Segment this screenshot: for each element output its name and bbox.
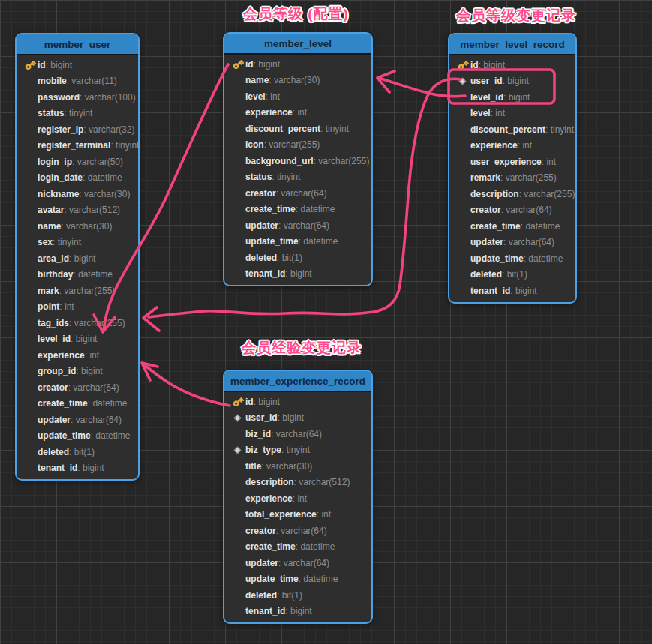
table-member_level_record[interactable]: member_level_recordid: bigintuser_id: bi… (448, 33, 577, 304)
primary-key-icon (230, 58, 245, 70)
field-row-tenant_id[interactable]: tenant_id: bigint (224, 266, 371, 283)
field-name: user_id (245, 413, 278, 422)
field-row-icon[interactable]: icon: varchar(255) (224, 137, 371, 154)
field-row-level[interactable]: level: int (449, 106, 575, 122)
table-title[interactable]: member_experience_record (224, 371, 371, 392)
field-row-id[interactable]: id: bigint (224, 56, 371, 73)
field-name: discount_percent (470, 125, 545, 134)
label-member-experience-record: 会员经验变更记录 (242, 338, 362, 358)
field-row-mark[interactable]: mark: varchar(255) (17, 283, 138, 299)
field-row-remark[interactable]: remark: varchar(255) (449, 170, 575, 187)
field-row-name[interactable]: name: varchar(30) (224, 73, 371, 89)
field-row-update_time[interactable]: update_time: datetime (224, 234, 371, 250)
field-row-creator[interactable]: creator: varchar(64) (224, 523, 371, 539)
field-row-user_experience[interactable]: user_experience: int (449, 154, 575, 170)
field-row-updater[interactable]: updater: varchar(64) (449, 235, 575, 251)
field-row-level_id[interactable]: level_id: bigint (17, 331, 138, 348)
field-row-create_time[interactable]: create_time: datetime (224, 202, 371, 218)
field-row-id[interactable]: id: bigint (17, 57, 138, 73)
field-row-deleted[interactable]: deleted: bit(1) (224, 250, 371, 266)
table-title[interactable]: member_user (17, 34, 138, 55)
field-row-discount_percent[interactable]: discount_percent: tinyint (449, 121, 575, 138)
table-member_level[interactable]: member_levelid: bigintname: varchar(30)l… (223, 32, 373, 286)
field-row-total_experience[interactable]: total_experience: int (224, 507, 371, 523)
field-row-background_url[interactable]: background_url: varchar(255) (224, 153, 371, 169)
field-row-creator[interactable]: creator: varchar(64) (17, 379, 138, 396)
field-type: : bit(1) (502, 270, 527, 279)
field-row-sex[interactable]: sex: tinyint (17, 235, 138, 251)
field-row-password[interactable]: password: varchar(100) (17, 89, 138, 106)
field-row-update_time[interactable]: update_time: datetime (17, 428, 138, 445)
field-row-tenant_id[interactable]: tenant_id: bigint (449, 283, 575, 299)
field-row-deleted[interactable]: deleted: bit(1) (449, 267, 575, 283)
field-name: level_id (38, 334, 71, 343)
field-row-create_time[interactable]: create_time: datetime (224, 539, 371, 556)
field-row-level[interactable]: level: int (224, 88, 371, 105)
field-row-create_time[interactable]: create_time: datetime (449, 218, 575, 235)
field-row-login_ip[interactable]: login_ip: varchar(50) (17, 154, 138, 170)
field-name: birthday (38, 270, 73, 279)
field-row-birthday[interactable]: birthday: datetime (17, 267, 138, 283)
field-row-register_ip[interactable]: register_ip: varchar(32) (17, 121, 138, 138)
table-title[interactable]: member_level (224, 34, 371, 55)
field-row-experience[interactable]: experience: int (224, 490, 371, 507)
field-row-register_terminal[interactable]: register_terminal: tinyint (17, 138, 138, 154)
field-row-login_date[interactable]: login_date: datetime (17, 170, 138, 187)
field-name: deleted (245, 591, 277, 600)
primary-key-icon (230, 396, 245, 408)
field-row-area_id[interactable]: area_id: bigint (17, 250, 138, 267)
field-row-status[interactable]: status: tinyint (17, 106, 138, 122)
field-row-tenant_id[interactable]: tenant_id: bigint (17, 460, 138, 477)
field-row-group_id[interactable]: group_id: bigint (17, 364, 138, 380)
field-name: login_ip (38, 157, 72, 166)
table-title[interactable]: member_level_record (449, 34, 575, 55)
field-name: user_experience (470, 157, 542, 166)
field-row-user_id[interactable]: user_id: bigint (449, 73, 575, 90)
field-row-biz_type[interactable]: biz_type: tinyint (224, 442, 371, 459)
field-name: experience (245, 494, 293, 503)
field-row-updater[interactable]: updater: varchar(64) (224, 217, 371, 234)
field-row-name[interactable]: name: varchar(30) (17, 218, 138, 235)
table-member_experience_record[interactable]: member_experience_recordid: bigintuser_i… (223, 370, 373, 624)
field-row-tag_ids[interactable]: tag_ids: varchar(255) (17, 315, 138, 331)
field-row-updater[interactable]: updater: varchar(64) (224, 555, 371, 571)
field-row-creator[interactable]: creator: varchar(64) (224, 185, 371, 202)
field-type: : int (59, 302, 74, 311)
field-row-tenant_id[interactable]: tenant_id: bigint (224, 604, 371, 620)
field-type: : int (293, 108, 307, 117)
field-name: updater (245, 559, 278, 568)
field-row-deleted[interactable]: deleted: bit(1) (17, 444, 138, 460)
field-type: : varchar(512) (294, 478, 350, 487)
field-row-level_id[interactable]: level_id: bigint (449, 89, 575, 106)
field-row-experience[interactable]: experience: int (449, 138, 575, 154)
field-type: : tinyint (110, 141, 139, 150)
field-row-description[interactable]: description: varchar(255) (449, 186, 575, 202)
field-row-point[interactable]: point: int (17, 299, 138, 316)
field-row-deleted[interactable]: deleted: bit(1) (224, 587, 371, 604)
field-row-biz_id[interactable]: biz_id: varchar(64) (224, 426, 371, 442)
field-row-description[interactable]: description: varchar(512) (224, 475, 371, 491)
field-row-update_time[interactable]: update_time: datetime (449, 250, 575, 267)
field-row-id[interactable]: id: bigint (224, 394, 371, 410)
field-row-experience[interactable]: experience: int (17, 347, 138, 364)
field-row-title[interactable]: title: varchar(30) (224, 458, 371, 475)
field-row-updater[interactable]: updater: varchar(64) (17, 412, 138, 428)
field-row-id[interactable]: id: bigint (449, 57, 575, 73)
er-diagram-canvas[interactable]: member_userid: bigintmobile: varchar(11)… (0, 0, 652, 644)
field-row-update_time[interactable]: update_time: datetime (224, 571, 371, 588)
field-row-status[interactable]: status: tinyint (224, 169, 371, 186)
field-type: : varchar(64) (503, 238, 554, 247)
field-row-create_time[interactable]: create_time: datetime (17, 396, 138, 412)
table-member_user[interactable]: member_userid: bigintmobile: varchar(11)… (15, 33, 140, 481)
field-row-nickname[interactable]: nickname: varchar(30) (17, 186, 138, 202)
field-row-creator[interactable]: creator: varchar(64) (449, 202, 575, 219)
field-name: updater (470, 238, 503, 247)
field-name: status (38, 109, 64, 118)
field-row-mobile[interactable]: mobile: varchar(11) (17, 73, 138, 90)
field-row-user_id[interactable]: user_id: bigint (224, 410, 371, 427)
field-row-avatar[interactable]: avatar: varchar(512) (17, 202, 138, 219)
field-row-experience[interactable]: experience: int (224, 105, 371, 121)
field-name: login_date (38, 173, 83, 182)
index-icon (230, 448, 245, 453)
field-row-discount_percent[interactable]: discount_percent: tinyint (224, 121, 371, 137)
